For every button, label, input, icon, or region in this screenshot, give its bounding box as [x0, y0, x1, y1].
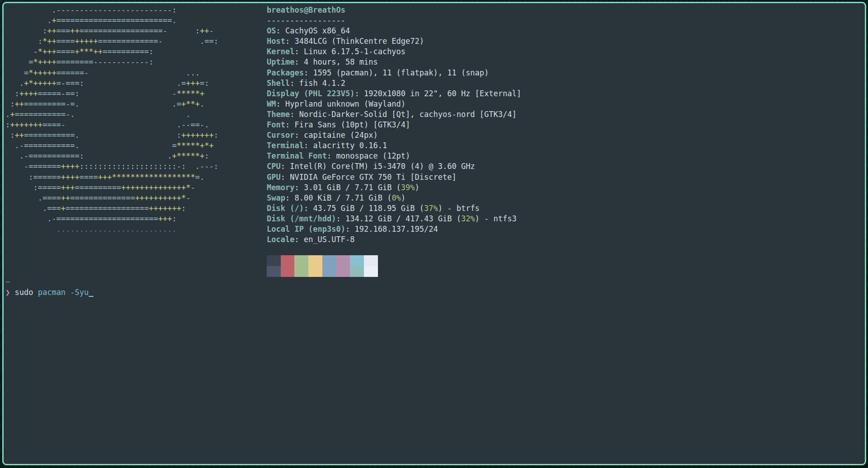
palette-swatch: [294, 255, 308, 266]
fastfetch-info-line: Disk (/): 43.75 GiB / 118.95 GiB (37%) -…: [267, 203, 863, 214]
fastfetch-info-line: Disk (/mnt/hdd): 134.12 GiB / 417.43 GiB…: [267, 214, 863, 224]
palette-swatch: [308, 266, 322, 277]
palette-swatch: [267, 255, 281, 266]
fastfetch-info-line: GPU: NVIDIA GeForce GTX 750 Ti [Discrete…: [267, 172, 863, 183]
fastfetch-info-line: CPU: Intel(R) Core(TM) i5-3470 (4) @ 3.6…: [267, 161, 863, 172]
palette-swatch: [350, 255, 364, 266]
fastfetch-info-line: Theme: Nordic-Darker-Solid [Qt], cachyos…: [267, 109, 863, 120]
fastfetch-info-line: Uptime: 4 hours, 58 mins: [267, 57, 863, 67]
palette-swatch: [322, 266, 336, 277]
fastfetch-info-line: Packages: 1595 (pacman), 11 (flatpak), 1…: [267, 68, 863, 78]
terminal-window-alacritty[interactable]: .-------------------------: .+==========…: [2, 2, 866, 465]
fastfetch-info-lines: OS: CachyOS x86_64Host: 3484LCG (ThinkCe…: [267, 26, 863, 245]
text-cursor: _: [89, 288, 93, 297]
fastfetch-info-line: Swap: 8.00 KiB / 7.71 GiB (0%): [267, 193, 863, 203]
fastfetch-info-line: OS: CachyOS x86_64: [267, 26, 863, 36]
palette-swatch: [364, 255, 378, 266]
fastfetch-separator: -----------------: [267, 15, 863, 26]
fastfetch-info-line: Terminal Font: monospace (12pt): [267, 151, 863, 161]
fastfetch-info-line: Shell: fish 4.1.2: [267, 78, 863, 89]
fastfetch-info-line: Cursor: capitaine (24px): [267, 130, 863, 140]
fastfetch-info-line: Terminal: alacritty 0.16.1: [267, 140, 863, 151]
shell-prompt-block: ~ ❯ sudo pacman -Syu_: [5, 277, 863, 298]
fastfetch-info-line: Locale: en_US.UTF-8: [267, 234, 863, 245]
palette-swatch: [336, 266, 350, 277]
prompt-cwd: ~: [5, 277, 863, 287]
palette-swatch: [281, 255, 295, 266]
fastfetch-info-line: Display (PHL 223V5): 1920x1080 in 22", 6…: [267, 89, 863, 99]
fastfetch-info-line: WM: Hyprland unknown (Wayland): [267, 99, 863, 109]
prompt-symbol: ❯: [5, 288, 10, 297]
typed-command: sudo pacman -Syu: [15, 288, 89, 297]
cachyos-ascii-logo: .-------------------------: .+==========…: [5, 5, 218, 234]
palette-swatch: [350, 266, 364, 277]
palette-swatch: [294, 266, 308, 277]
terminal-content: .-------------------------: .+==========…: [4, 3, 865, 464]
palette-swatch: [267, 266, 281, 277]
desktop-background: .-------------------------: .+==========…: [0, 0, 868, 468]
fastfetch-info-line: Host: 3484LCG (ThinkCentre Edge72): [267, 36, 863, 47]
fastfetch-info-line: Memory: 3.01 GiB / 7.71 GiB (39%): [267, 183, 863, 193]
spacer: [10, 288, 14, 297]
palette-swatch: [281, 266, 295, 277]
fastfetch-info-line: Local IP (enp3s0): 192.168.137.195/24: [267, 224, 863, 234]
palette-swatch: [322, 255, 336, 266]
blank-line: [267, 245, 863, 255]
palette-swatch: [364, 266, 378, 277]
prompt-command-line[interactable]: ❯ sudo pacman -Syu_: [5, 287, 863, 298]
fastfetch-info-line: Kernel: Linux 6.17.5-1-cachyos: [267, 47, 863, 57]
palette-swatch: [308, 255, 322, 266]
terminal-color-palette: [267, 255, 863, 277]
fastfetch-info-line: Font: Fira Sans (10pt) [GTK3/4]: [267, 120, 863, 130]
fastfetch-info-column: breathos@BreathOs ----------------- OS: …: [267, 5, 863, 277]
palette-swatch: [336, 255, 350, 266]
fastfetch-user-host-title: breathos@BreathOs: [267, 5, 863, 15]
